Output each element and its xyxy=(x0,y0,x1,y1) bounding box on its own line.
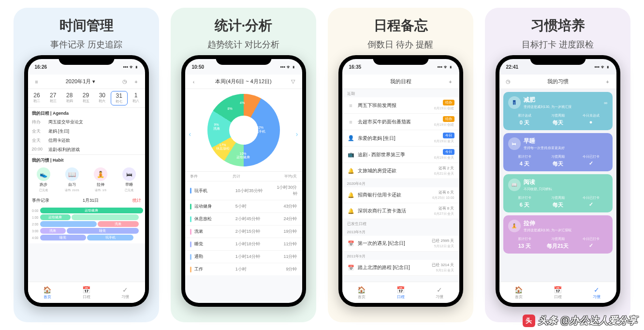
prev-arrow-icon[interactable]: ‹ xyxy=(189,130,191,138)
stat-row[interactable]: 工作1小时9分钟 xyxy=(185,263,302,275)
timeline-row: 2:00洗漱 xyxy=(30,221,143,227)
calendar-day[interactable]: 30初六 xyxy=(94,91,110,105)
schedule-item[interactable]: 👤亲爱的老妈 [生日]今日6月19日 全天 xyxy=(342,130,459,147)
calendar-day[interactable]: 27初三 xyxy=(45,91,61,105)
habit-quick[interactable]: 🧘拉伸读书: 1/3 xyxy=(88,167,114,193)
back-icon[interactable]: ‹ xyxy=(189,77,199,87)
schedule-item[interactable]: 📅第一次的遇见 [纪念日]已经 2595 天5月12日 全天 xyxy=(342,236,459,252)
record-date: 1月31日 xyxy=(83,197,99,204)
screen-habits: 22:41 ••• ᯤ ▮ ◷ 我的习惯 + 👖减肥坚持这是减到130, 为一岁… xyxy=(499,59,616,303)
panel-subtitle: 目标打卡 进度跟检 xyxy=(522,39,594,50)
section-label: 2011年9月 xyxy=(342,252,459,260)
clock-icon[interactable]: ◷ xyxy=(503,77,513,87)
tab-习惯[interactable]: ✓习惯 xyxy=(420,282,459,303)
item-icon: 📅 xyxy=(347,240,355,247)
item-icon: 🔔 xyxy=(347,167,355,175)
stat-row[interactable]: 休息放松2小时45分钟24分钟 xyxy=(185,212,302,225)
schedule-item[interactable]: 🔔招商银行信用卡还款还有 6 天6月25日 10:00 xyxy=(342,187,459,203)
panel-subtitle: 倒数日 待办 提醒 xyxy=(367,39,433,50)
segment-label: 10%运动健身 xyxy=(236,152,250,159)
notch xyxy=(59,55,114,65)
panel-time-management: 时间管理 事件记录 历史追踪 16:26 ••• ᯤ ▮ ≡ 2020年1月 ▾… xyxy=(14,8,159,322)
donut-chart: ‹ 42%玩手机 10%运动健身 17%休息放松 9%洗漱 8% 4% › xyxy=(185,89,302,171)
timeline-bar[interactable]: 睡觉 xyxy=(40,235,87,240)
panel-title: 习惯培养 xyxy=(531,16,585,35)
habit-card[interactable]: 📖阅读不问收获, 只问耕耘累计打卡6 天习惯周期每天今日已打卡✓ xyxy=(503,174,613,212)
timeline-bar[interactable]: 洗漱 xyxy=(98,221,139,227)
tab-习惯[interactable]: ✓习惯 xyxy=(106,282,145,303)
section-label: 近期 xyxy=(342,89,459,97)
timeline-bar[interactable]: 运动健身 xyxy=(40,214,71,220)
habit-card[interactable]: 👖减肥坚持这是减到130, 为一岁就汇报∞累计达成0 天习惯周期每天今日未达成● xyxy=(503,92,613,130)
menu-icon[interactable]: ≡ xyxy=(32,77,42,87)
schedule-item[interactable]: 📺追剧 - 西部世界第三季今日6月19日 全天 xyxy=(342,147,459,163)
schedule-item[interactable]: ≡周五下班前发周报待办6月19日 创建 xyxy=(342,97,459,114)
schedule-item[interactable]: 📅踏上北漂的路程 [纪念日]已经 3214 天9月1日 全天 xyxy=(342,260,459,276)
habit-icon: 🛏 xyxy=(508,137,521,150)
add-icon[interactable]: + xyxy=(132,77,141,87)
status-icons: ••• ᯤ ▮ xyxy=(280,64,295,70)
stat-row[interactable]: 玩手机10小时35分钟1小时30分钟 xyxy=(185,181,302,200)
segment-label: 4% xyxy=(240,101,245,105)
habits-title: 我的习惯 xyxy=(547,78,569,85)
add-icon[interactable]: + xyxy=(603,77,613,87)
stat-row[interactable]: 通勤1小时14分钟11分钟 xyxy=(185,250,302,263)
timeline-bar[interactable]: 洗漱 xyxy=(40,228,66,234)
agenda-item[interactable]: 全天信用卡还款 xyxy=(28,136,145,145)
tab-首页[interactable]: 🏠首页 xyxy=(342,282,381,303)
status-time: 16:26 xyxy=(35,64,47,70)
habit-card[interactable]: 🛏早睡坚持每一次坚持,你要更美好累计打卡4 天习惯周期每天今日已打卡✓ xyxy=(503,133,613,171)
calendar-day[interactable]: 31初七 xyxy=(111,91,128,105)
notch xyxy=(216,55,271,65)
schedule-item[interactable]: 🔔文旅城的房贷还款还有 2 天6月21日 全天 xyxy=(342,163,459,179)
tab-首页[interactable]: 🏠首页 xyxy=(499,282,539,303)
habit-icon: 🧘 xyxy=(508,220,521,232)
habit-quick[interactable]: 👟跑步已完成 xyxy=(31,167,57,193)
tab-首页[interactable]: 🏠首页 xyxy=(28,282,67,303)
panel-schedule: 日程备忘 倒数日 待办 提醒 16:35 ••• ᯤ ▮ 我的日程 + 近期≡周… xyxy=(328,8,473,322)
filter-icon[interactable]: ▽ xyxy=(288,77,298,87)
tab-日程[interactable]: 📅日程 xyxy=(67,282,106,303)
habit-quick[interactable]: 📖自习读书: 21/21 xyxy=(59,167,85,193)
calendar-day[interactable]: 1初八 xyxy=(128,91,144,105)
schedule-title: 我的日程 xyxy=(390,78,411,85)
month-picker[interactable]: 2020年1月 ▾ xyxy=(66,78,96,85)
timeline-bar[interactable]: 玩手机 xyxy=(87,235,133,240)
calendar-day[interactable]: 28初四 xyxy=(61,91,77,105)
agenda-item[interactable]: 待办周五提交毕业论文 xyxy=(28,118,145,127)
timeline-bar[interactable] xyxy=(72,214,138,220)
timeline-bar[interactable]: 睡觉 xyxy=(67,228,139,234)
section-label: 2020年6月 xyxy=(342,179,459,187)
segment-label: 8% xyxy=(228,107,233,111)
panel-title: 日程备忘 xyxy=(374,16,428,35)
next-arrow-icon[interactable]: › xyxy=(296,130,298,138)
tab-习惯[interactable]: ✓习惯 xyxy=(577,282,616,303)
timeline-bar[interactable]: 运动健身 xyxy=(40,208,143,213)
tab-日程[interactable]: 📅日程 xyxy=(538,282,577,303)
habit-quick[interactable]: 🛏早睡已完成 xyxy=(117,167,142,193)
panel-title: 时间管理 xyxy=(59,16,114,35)
history-icon[interactable]: ◷ xyxy=(120,77,130,87)
stat-row[interactable]: 运动健身5小时43分钟 xyxy=(185,200,302,212)
agenda-item[interactable]: 20:00追剧-权利的游戏 xyxy=(28,145,145,154)
record-stats-link[interactable]: 统计 xyxy=(132,197,141,204)
schedule-item[interactable]: 🔔深圳农商行工资卡激活还有 8 天6月27日 全天 xyxy=(342,203,459,219)
panel-title: 统计·分析 xyxy=(215,16,273,35)
timeline: 0:00运动健身1:00运动健身2:00洗漱3:00洗漱睡觉4:00睡觉玩手机 xyxy=(28,206,145,243)
col-avg: 平均/天 xyxy=(276,174,297,179)
menu-icon[interactable] xyxy=(346,77,356,87)
timeline-bar[interactable] xyxy=(40,221,97,227)
stat-row[interactable]: 洗漱2小时15分钟19分钟 xyxy=(185,225,302,238)
stat-row[interactable]: 睡觉1小时18分钟11分钟 xyxy=(185,238,302,250)
tab-日程[interactable]: 📅日程 xyxy=(381,282,420,303)
item-icon: 🔔 xyxy=(347,191,355,199)
habit-link-icon[interactable]: ∞ xyxy=(604,100,607,105)
agenda-item[interactable]: 全天老妈 [生日] xyxy=(28,127,145,136)
add-icon[interactable]: + xyxy=(446,77,455,87)
schedule-item[interactable]: ≡去超市买牛奶面包番茄酱待办6月19日 创建 xyxy=(342,114,459,130)
timeline-row: 4:00睡觉玩手机 xyxy=(30,235,143,240)
calendar-day[interactable]: 26初二 xyxy=(29,91,45,105)
habit-card[interactable]: 🧘拉伸坚持这是减到130, 为一岁汇报呢累计打卡13 天习惯周期每月21天今日已… xyxy=(503,215,613,254)
stat-table-header: 事件 共计 平均/天 xyxy=(185,171,302,181)
calendar-day[interactable]: 29初五 xyxy=(78,91,94,105)
